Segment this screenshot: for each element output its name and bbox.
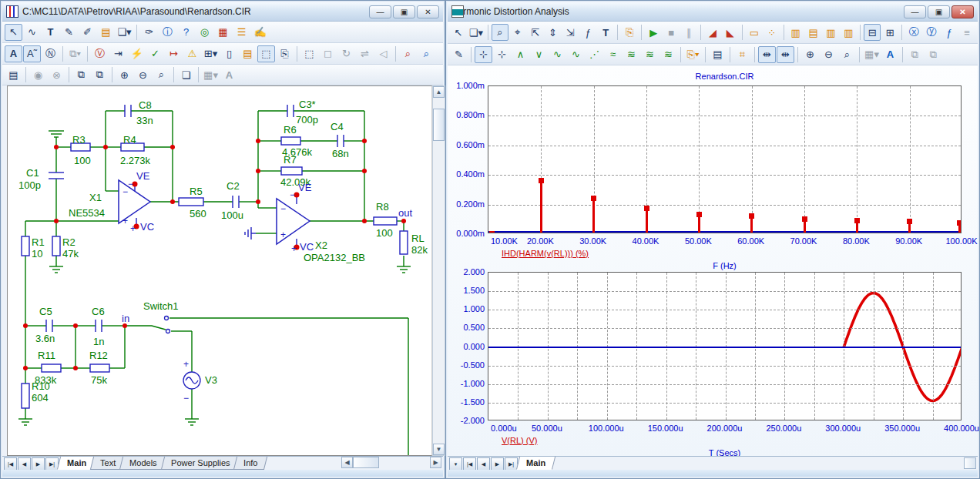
- help-icon[interactable]: ?: [177, 24, 195, 41]
- bus-icon[interactable]: ▤: [97, 24, 115, 41]
- cursor-mode-icon[interactable]: ⌖: [509, 24, 526, 41]
- minimize-button[interactable]: —: [904, 5, 926, 18]
- point-tag-icon[interactable]: ⇱: [527, 24, 544, 41]
- run-icon[interactable]: ▶: [645, 24, 662, 41]
- schematic-nav-icon-0[interactable]: |◀: [4, 457, 17, 471]
- bring-front-icon[interactable]: ⧉: [906, 46, 924, 63]
- vertical-grids-icon[interactable]: ▥: [823, 24, 840, 41]
- edit-icon[interactable]: ✎: [450, 46, 468, 63]
- envelope-icon[interactable]: ≋: [659, 46, 677, 63]
- select-box-icon[interactable]: ⬚: [257, 45, 275, 62]
- low-icon[interactable]: ∿: [567, 46, 585, 63]
- properties-icon[interactable]: ⎘: [276, 45, 294, 62]
- calculator-icon[interactable]: ⌗: [733, 46, 751, 63]
- show-conditions-icon[interactable]: ✓: [146, 45, 164, 62]
- stop-icon[interactable]: ■: [663, 24, 680, 41]
- warning-icon[interactable]: ⚠: [183, 45, 201, 62]
- flag-icon[interactable]: ✑: [140, 24, 158, 41]
- y-axis-settings-icon[interactable]: ⓨ: [923, 24, 940, 41]
- export-icon[interactable]: ✍: [251, 24, 269, 41]
- numeric-output-icon[interactable]: ▤: [709, 46, 727, 63]
- zoom-out-icon[interactable]: ⊖: [134, 66, 152, 83]
- zoom-area-icon[interactable]: ⌕: [153, 66, 170, 83]
- fx-settings-icon[interactable]: ƒ: [941, 24, 958, 41]
- schematic-tab-power-supplies[interactable]: Power Supplies: [161, 457, 240, 470]
- schematic-vertical-scrollbar[interactable]: ▲ ▼: [432, 85, 445, 456]
- select-icon[interactable]: ↖: [5, 24, 22, 41]
- scroll-down-icon[interactable]: ▼: [433, 444, 445, 455]
- ruler-icon[interactable]: ▭: [746, 24, 763, 41]
- ihd-stem-plot[interactable]: [488, 85, 962, 233]
- close-button[interactable]: ✕: [417, 5, 439, 18]
- show-voltages-icon[interactable]: Ⓥ: [91, 45, 109, 62]
- pin-connections-icon[interactable]: ↦: [165, 45, 183, 62]
- line-mode-icon[interactable]: ✎: [60, 24, 78, 41]
- pause-icon[interactable]: ∥: [680, 24, 697, 41]
- text-mode-icon[interactable]: T: [42, 24, 59, 41]
- horizontal-scroll-thumb[interactable]: [353, 457, 379, 468]
- pencil-icon[interactable]: ✐: [79, 24, 96, 41]
- inflection-icon[interactable]: ≈: [604, 46, 622, 63]
- tile-menu-icon[interactable]: ▦▾: [202, 66, 220, 83]
- high-icon[interactable]: ∿: [549, 46, 566, 63]
- tile-menu-icon[interactable]: ▦▾: [863, 46, 881, 63]
- find-icon[interactable]: ⌕: [399, 45, 417, 62]
- sheet-info-icon[interactable]: ▤: [239, 45, 257, 62]
- text-mode-icon[interactable]: T: [597, 24, 614, 41]
- wire-mode-icon[interactable]: ∿: [23, 24, 41, 41]
- flip-icon[interactable]: ◁: [374, 45, 392, 62]
- numeric-format-icon[interactable]: ▤: [805, 24, 822, 41]
- minor-grids-icon[interactable]: ▥: [840, 24, 857, 41]
- model-check-icon[interactable]: ▦: [214, 24, 232, 41]
- show-attributes-icon[interactable]: A: [5, 45, 22, 62]
- show-node-numbers-icon[interactable]: Ⓝ: [42, 45, 59, 62]
- sheet-icon[interactable]: ▯: [220, 45, 238, 62]
- same-scales-icon[interactable]: ⇹: [777, 46, 794, 63]
- cursor-left-icon[interactable]: ⊹: [475, 46, 492, 63]
- find-next-icon[interactable]: ⌕: [418, 45, 435, 62]
- rotate-icon[interactable]: ↻: [337, 45, 355, 62]
- shape-menu-icon[interactable]: ❏▾: [468, 24, 485, 41]
- region-icon[interactable]: ◻: [319, 45, 337, 62]
- single-plot-icon[interactable]: ⊟: [864, 24, 881, 41]
- step-down-icon[interactable]: ◉: [29, 66, 47, 83]
- schematic-horizontal-scrollbar[interactable]: ◀ ▶: [341, 457, 441, 468]
- close-button[interactable]: ✕: [951, 5, 974, 18]
- scroll-right-icon[interactable]: ▶: [430, 457, 441, 468]
- multi-plot-icon[interactable]: ⊞: [881, 24, 898, 41]
- minimize-button[interactable]: —: [369, 5, 391, 18]
- show-values-icon[interactable]: A˜: [23, 45, 41, 62]
- horizontal-axis-grids-icon[interactable]: ▥: [787, 24, 804, 41]
- clipboard-menu-icon[interactable]: ⎘▾: [684, 46, 702, 63]
- send-back-icon[interactable]: ⧉: [925, 46, 942, 63]
- schematic-nav-icon-1[interactable]: ◀: [18, 457, 31, 471]
- schematic-tab-models[interactable]: Models: [119, 457, 167, 470]
- schematic-nav-icon-2[interactable]: ▶: [32, 457, 45, 471]
- vertical-tag-icon[interactable]: ⇕: [545, 24, 562, 41]
- zoom-in-icon[interactable]: ⊕: [801, 46, 819, 63]
- notes-icon[interactable]: ▤: [5, 66, 22, 83]
- x-axis-settings-icon[interactable]: ⓧ: [905, 24, 922, 41]
- paste-menu-icon[interactable]: ⧉▾: [66, 45, 84, 62]
- slope-icon[interactable]: ⋰: [586, 46, 603, 63]
- info-icon[interactable]: ⓘ: [159, 24, 176, 41]
- data-point-labels-icon[interactable]: ⁘: [764, 24, 780, 41]
- analysis-nav-icon-3[interactable]: ▶: [491, 457, 504, 471]
- analysis-nav-icon-0[interactable]: ▾: [449, 457, 462, 471]
- align-cursors-icon[interactable]: ⇹: [758, 46, 776, 63]
- find-component-icon[interactable]: ◎: [196, 24, 213, 41]
- analysis-titlebar[interactable]: Harmonic Distortion Analysis — ▣ ✕: [448, 2, 978, 22]
- schematic-canvas[interactable]: −+−+−+−++−R3100R42.273kC833nC1100pR110R2…: [7, 85, 432, 456]
- transform-box-icon[interactable]: ⬚: [300, 45, 318, 62]
- show-power-icon[interactable]: ⚡: [128, 45, 146, 62]
- scale-mode-icon[interactable]: ⌕: [492, 24, 508, 41]
- analysis-nav-icon-1[interactable]: |◀: [463, 457, 476, 471]
- select-icon[interactable]: ↖: [450, 24, 467, 41]
- horizontal-scroll-thumb[interactable]: [964, 457, 976, 469]
- analysis-nav-icon-2[interactable]: ◀: [477, 457, 490, 471]
- cursor-right-icon[interactable]: ⊹: [493, 46, 511, 63]
- vertical-scroll-thumb[interactable]: [433, 109, 445, 141]
- analysis-tab-main[interactable]: Main: [516, 457, 555, 470]
- global-high-icon[interactable]: ≋: [623, 46, 640, 63]
- font-icon[interactable]: A: [220, 66, 238, 83]
